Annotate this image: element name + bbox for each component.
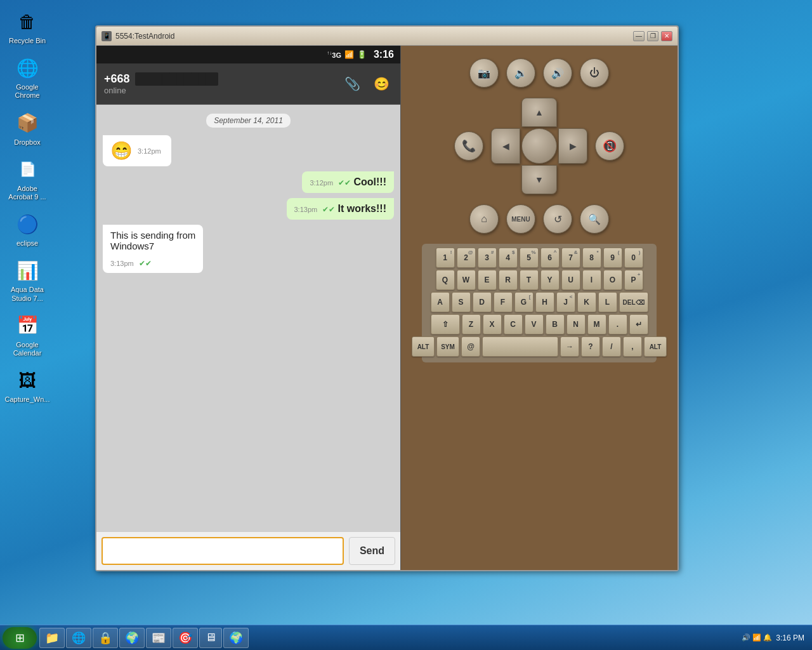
dpad-center[interactable] [521, 128, 557, 164]
taskbar-item-4[interactable]: 🌍 [119, 628, 145, 648]
chrome-icon: 🌐 [15, 55, 40, 81]
emulator-controls-panel: 📷 🔉 🔊 ⏻ 📞 ▲ ◀ ▶ ▼ [401, 46, 678, 570]
icon-google-chrome[interactable]: 🌐 Google Chrome [5, 53, 49, 102]
chat-input-area: Send [96, 531, 400, 570]
dropbox-label: Dropbox [14, 138, 41, 147]
key-g[interactable]: [G [514, 292, 534, 312]
key-sym[interactable]: SYM [436, 336, 459, 357]
power-button[interactable]: ⏻ [580, 58, 609, 88]
camera-button[interactable]: 📷 [469, 58, 499, 88]
key-n[interactable]: N [566, 314, 586, 335]
key-arrow-right[interactable]: → [560, 336, 579, 357]
taskbar-tray: 🔊 📶 🔔 3:16 PM [737, 633, 809, 642]
key-row-qwerty: Q W E R T Y U I O +P [426, 270, 653, 290]
key-z[interactable]: Z [462, 314, 481, 335]
key-r[interactable]: R [499, 270, 518, 290]
key-x[interactable]: X [483, 314, 502, 335]
key-s[interactable]: S [452, 292, 471, 312]
key-alt-right[interactable]: ALT [644, 336, 667, 357]
icon-recycle-bin[interactable]: 🗑 Recycle Bin [5, 6, 49, 48]
key-m[interactable]: M [587, 314, 606, 335]
key-0[interactable]: )0 [624, 248, 643, 268]
key-q[interactable]: Q [436, 270, 455, 290]
message-2-time: 3:12pm [310, 179, 333, 187]
call-button[interactable]: 📞 [454, 131, 483, 161]
taskbar-item-2[interactable]: 🌐 [66, 628, 91, 648]
minimize-button[interactable]: — [633, 31, 645, 41]
key-y[interactable]: Y [540, 270, 560, 290]
key-1[interactable]: !1 [436, 248, 455, 268]
start-button[interactable]: ⊞ [3, 627, 37, 649]
dropbox-icon: 📦 [15, 110, 40, 136]
key-enter[interactable]: ↵ [629, 314, 648, 335]
vol-up-button[interactable]: 🔊 [543, 58, 572, 88]
key-u[interactable]: U [561, 270, 580, 290]
key-comma[interactable]: , [623, 336, 642, 357]
key-7[interactable]: &7 [561, 248, 580, 268]
key-f[interactable]: F [494, 292, 513, 312]
keyboard: !1 @2 #3 $4 %5 ^6 &7 *8 (9 )0 Q W E R [422, 244, 657, 362]
end-call-button[interactable]: 📵 [595, 131, 624, 161]
search-button[interactable]: 🔍 [580, 204, 609, 234]
dpad-left[interactable]: ◀ [491, 128, 520, 164]
key-3[interactable]: #3 [478, 248, 497, 268]
key-9[interactable]: (9 [603, 248, 622, 268]
acrobat-icon: 📄 [15, 157, 40, 182]
icon-eclipse[interactable]: 🔵 eclipse [5, 209, 49, 250]
key-at[interactable]: @ [461, 336, 480, 357]
close-button[interactable]: ✕ [661, 31, 672, 41]
taskbar-item-8[interactable]: 🌍 [223, 628, 249, 648]
key-question[interactable]: ? [581, 336, 600, 357]
vol-down-button[interactable]: 🔉 [506, 58, 535, 88]
key-h[interactable]: H [535, 292, 554, 312]
key-k[interactable]: K [577, 292, 596, 312]
key-c[interactable]: C [504, 314, 523, 335]
key-5[interactable]: %5 [520, 248, 539, 268]
chat-messages: September 14, 2011 😁 3:12pm 3:12pm ✔✔ Co… [96, 105, 400, 531]
key-a[interactable]: A [431, 292, 450, 312]
icon-google-calendar[interactable]: 📅 Google Calendar [5, 310, 49, 360]
key-o[interactable]: O [603, 270, 622, 290]
attachment-button[interactable]: 📎 [341, 72, 363, 95]
icon-capture[interactable]: 🖼 Capture_Wn... [5, 365, 49, 406]
key-period[interactable]: . [608, 314, 627, 335]
send-button[interactable]: Send [349, 537, 395, 565]
capture-label: Capture_Wn... [5, 395, 50, 404]
key-4[interactable]: $4 [499, 248, 518, 268]
icon-adobe-acrobat[interactable]: 📄 Adobe Acrobat 9 ... [5, 154, 49, 204]
home-button[interactable]: ⌂ [469, 204, 499, 234]
key-space[interactable] [482, 336, 558, 357]
key-l[interactable]: L [598, 292, 617, 312]
dpad-right[interactable]: ▶ [558, 128, 587, 164]
message-input[interactable] [102, 537, 344, 565]
menu-button[interactable]: MENU [506, 204, 535, 234]
key-slash[interactable]: / [602, 336, 621, 357]
key-e[interactable]: E [478, 270, 497, 290]
icon-aqua-data[interactable]: 📊 Aqua Data Studio 7... [5, 255, 49, 305]
key-6[interactable]: ^6 [540, 248, 560, 268]
restore-button[interactable]: ❐ [647, 31, 658, 41]
key-del[interactable]: DEL⌫ [619, 292, 648, 312]
key-shift[interactable]: ⇧ [431, 314, 460, 335]
key-8[interactable]: *8 [582, 248, 601, 268]
key-p[interactable]: +P [624, 270, 643, 290]
dpad-down[interactable]: ▼ [521, 165, 557, 194]
key-2[interactable]: @2 [457, 248, 476, 268]
emoji-button[interactable]: 😊 [370, 72, 393, 95]
key-alt-left[interactable]: ALT [412, 336, 435, 357]
dpad-up[interactable]: ▲ [521, 98, 557, 127]
key-w[interactable]: W [457, 270, 476, 290]
icon-dropbox[interactable]: 📦 Dropbox [5, 108, 49, 149]
taskbar-item-7[interactable]: 🖥 [199, 628, 222, 648]
back-button[interactable]: ↺ [543, 204, 572, 234]
key-j[interactable]: <J [556, 292, 575, 312]
key-v[interactable]: V [525, 314, 544, 335]
key-b[interactable]: B [546, 314, 565, 335]
key-d[interactable]: D [473, 292, 492, 312]
taskbar-item-5[interactable]: 📰 [146, 628, 171, 648]
taskbar-item-6[interactable]: 🎯 [173, 628, 198, 648]
key-t[interactable]: T [520, 270, 539, 290]
taskbar-item-1[interactable]: 📁 [39, 628, 65, 648]
taskbar-item-3[interactable]: 🔒 [93, 628, 118, 648]
key-i[interactable]: I [582, 270, 601, 290]
